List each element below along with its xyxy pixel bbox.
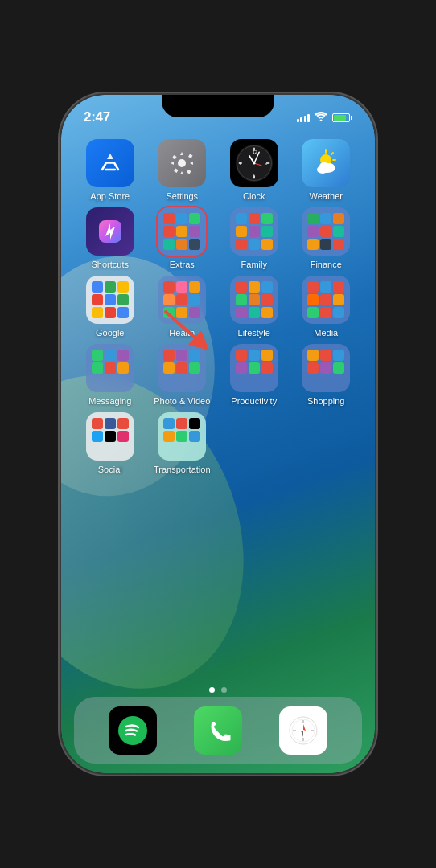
messaging-label: Messaging [88,396,131,406]
wifi-icon [315,111,327,124]
dock-safari[interactable] [279,706,327,755]
settings-label: Settings [166,191,198,201]
transportation-label: Transportation [154,465,211,474]
social-folder-icon [86,412,134,461]
dot-inactive [221,687,227,693]
page-dots [61,687,375,693]
svg-point-23 [326,163,334,170]
spotify-icon [109,706,157,755]
lifestyle-label: Lifestyle [238,328,270,338]
family-label: Family [241,260,267,269]
transportation-folder-item[interactable]: Transportation [150,412,214,474]
phone-screen: 2:47 [61,95,375,773]
app-row-5: Social Transportation [74,412,362,474]
svg-text:6: 6 [252,174,254,178]
transportation-folder-icon [158,412,206,461]
app-store-label: App Store [90,191,130,201]
weather-label: Weather [310,191,343,201]
social-label: Social [98,465,122,474]
finance-folder-item[interactable]: Finance [294,207,358,269]
app-row-4: Messaging Photo & Video [74,344,362,406]
svg-text:3: 3 [265,161,267,166]
lifestyle-folder-icon [230,276,278,324]
shortcuts-item[interactable]: Shortcuts [78,207,142,269]
phone-frame: 2:47 [61,95,375,773]
shopping-folder-item[interactable]: Shopping [294,344,358,406]
status-icons [297,111,353,124]
media-label: Media [314,328,338,338]
social-folder-item[interactable]: Social [78,412,142,474]
messaging-folder-icon [86,344,134,392]
empty-slot-3 [222,412,286,474]
svg-point-15 [253,162,255,164]
shortcuts-label: Shortcuts [92,260,129,269]
dock-phone[interactable] [194,706,242,755]
health-folder-icon [158,276,206,324]
messaging-folder-item[interactable]: Messaging [78,344,142,406]
lifestyle-folder-item[interactable]: Lifestyle [222,276,286,338]
google-folder-icon [86,276,134,324]
svg-text:9: 9 [239,161,241,166]
safari-icon [279,706,327,755]
family-folder-icon [230,207,278,256]
app-row-3: Google Health [74,276,362,338]
google-folder-item[interactable]: Google [78,276,142,338]
clock-label: Clock [243,191,265,201]
settings-item[interactable]: Settings [150,139,214,201]
app-store-item[interactable]: App Store [78,139,142,201]
dock [74,697,362,764]
svg-line-18 [331,153,333,154]
extras-label: Extras [170,260,195,269]
phone-icon [194,706,242,755]
media-folder-icon [302,276,350,324]
productivity-folder-item[interactable]: Productivity [222,344,286,406]
signal-icon [297,113,311,122]
battery-icon [332,113,352,122]
shopping-folder-icon [302,344,350,392]
empty-slot-4 [294,412,358,474]
photo-video-folder-item[interactable]: Photo & Video [150,344,214,406]
home-grid: App Store Settings [61,139,375,481]
finance-folder-icon [302,207,350,256]
app-row-2: Shortcuts Extras [74,207,362,269]
health-label: Health [169,328,195,338]
app-row-1: App Store Settings [74,139,362,201]
shopping-label: Shopping [307,396,345,406]
photo-video-label: Photo & Video [154,396,210,406]
extras-folder-icon [158,207,206,256]
photo-video-folder-icon [158,344,206,392]
notch [162,95,274,117]
dot-active [209,687,215,693]
health-folder-item[interactable]: Health [150,276,214,338]
clock-item[interactable]: 12 3 6 9 Clock [222,139,286,201]
svg-point-1 [178,159,186,167]
media-folder-item[interactable]: Media [294,276,358,338]
extras-folder-item[interactable]: Extras [150,207,214,269]
google-label: Google [96,328,124,338]
productivity-folder-icon [230,344,278,392]
status-time: 2:47 [84,109,110,125]
productivity-label: Productivity [231,396,277,406]
svg-text:12: 12 [252,149,257,154]
weather-item[interactable]: Weather [294,139,358,201]
family-folder-item[interactable]: Family [222,207,286,269]
finance-label: Finance [311,260,342,269]
dock-spotify[interactable] [109,706,157,755]
